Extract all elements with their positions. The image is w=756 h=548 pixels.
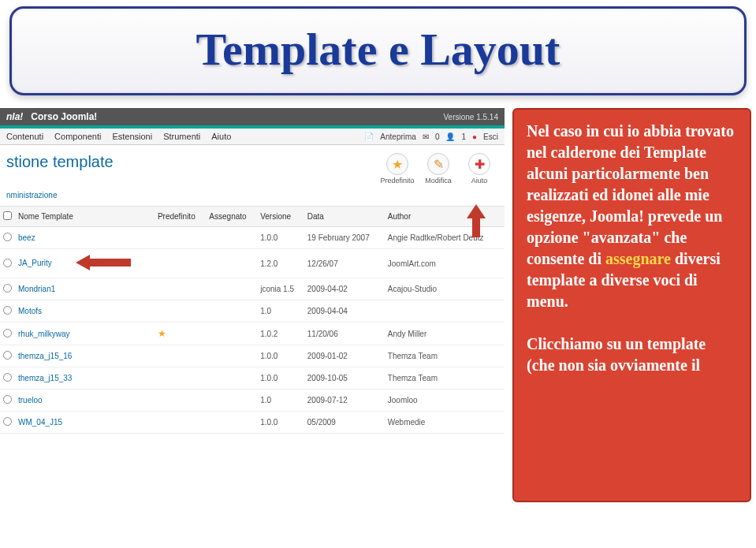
admin-topbar: nla! Corso Joomla! Versione 1.5.14 (0, 108, 505, 125)
cell-assegnato (206, 345, 257, 367)
cell-author: JoomlArt.com (385, 249, 505, 278)
cell-versione: 1.0 (257, 300, 304, 322)
cell-assegnato (206, 227, 257, 249)
row-radio[interactable] (3, 306, 12, 315)
template-name-link[interactable]: themza_j15_33 (15, 367, 155, 390)
col-author[interactable]: Author (385, 207, 505, 227)
cell-predefinito (155, 390, 206, 412)
template-name-link[interactable]: Mondrian1 (15, 278, 155, 300)
template-name-link[interactable]: Motofs (15, 300, 155, 322)
row-radio[interactable] (3, 395, 12, 404)
menu-strumenti[interactable]: Strumenti (163, 132, 200, 141)
logout-link[interactable]: Esci (483, 132, 498, 141)
col-assegnato[interactable]: Assegnato (206, 207, 257, 227)
table-row: Mondrian1jconia 1.52009-04-02Acajou-Stud… (0, 278, 505, 300)
menu-componenti[interactable]: Componenti (54, 132, 101, 141)
row-radio[interactable] (3, 329, 12, 337)
user-icon: 👤 (445, 132, 455, 141)
joomla-admin-panel: nla! Corso Joomla! Versione 1.5.14 Conte… (0, 108, 505, 434)
template-name-link[interactable]: WM_04_J15 (15, 412, 155, 434)
count-1: 1 (461, 132, 466, 141)
cell-author: Webmedie (385, 412, 505, 434)
template-name-link[interactable]: rhuk_milkyway (15, 322, 155, 345)
help-icon: ✚ (468, 153, 490, 175)
col-nome[interactable]: Nome Template (15, 207, 155, 227)
select-all-checkbox[interactable] (3, 211, 12, 220)
cell-assegnato (206, 367, 257, 390)
cell-predefinito (155, 345, 206, 367)
cell-author (385, 300, 505, 322)
cell-versione: jconia 1.5 (257, 278, 304, 300)
col-versione[interactable]: Versione (257, 207, 304, 227)
cell-versione: 1.0.0 (257, 367, 304, 390)
cell-data: 12/26/07 (304, 249, 385, 278)
row-radio[interactable] (3, 284, 12, 293)
template-name-link[interactable]: beez (15, 227, 155, 249)
cell-predefinito: ★ (155, 322, 206, 345)
cell-data: 2009-04-02 (304, 278, 385, 300)
row-radio[interactable] (3, 233, 12, 241)
cell-predefinito (155, 412, 206, 434)
cell-predefinito (155, 300, 206, 322)
table-row: WM_04_J151.0.005/2009Webmedie (0, 412, 505, 434)
preview-link[interactable]: Anteprima (380, 132, 416, 141)
col-data[interactable]: Data (304, 207, 385, 227)
cell-versione: 1.0.2 (257, 322, 304, 345)
brand-logo: nla! (6, 111, 23, 122)
cell-author: Angie Radtke/Robert Deutz (385, 227, 505, 249)
menu-estensioni[interactable]: Estensioni (112, 132, 152, 141)
cell-author: Joomloo (385, 390, 505, 412)
table-row: JA_Purity1.2.012/26/07JoomlArt.com (0, 249, 505, 278)
red-arrow-up (467, 204, 486, 240)
callout-paragraph-1: Nel caso in cui io abbia trovato nel cal… (527, 121, 737, 312)
menu-aiuto[interactable]: Aiuto (211, 132, 231, 141)
logout-icon[interactable]: ● (472, 132, 477, 141)
preview-icon[interactable]: 📄 (364, 132, 374, 141)
red-arrow-left (76, 255, 131, 272)
callout-box: Nel caso in cui io abbia trovato nel cal… (512, 108, 751, 502)
cell-data: 2009-04-04 (304, 300, 385, 322)
toolbar-predefinito[interactable]: ★ Predefinito (378, 153, 416, 185)
cell-assegnato (206, 278, 257, 300)
row-radio[interactable] (3, 259, 12, 267)
cell-data: 2009-01-02 (304, 345, 385, 367)
cell-author: Themza Team (385, 345, 505, 367)
cell-versione: 1.0.0 (257, 227, 304, 249)
row-radio[interactable] (3, 417, 12, 426)
template-name-link[interactable]: JA_Purity (15, 249, 155, 278)
col-predefinito[interactable]: Predefinito (155, 207, 206, 227)
table-row: trueloo1.02009-07-12Joomloo (0, 390, 505, 412)
menu-contenuti[interactable]: Contenuti (6, 132, 43, 141)
page-title: Template e Layout (28, 23, 728, 76)
star-icon: ★ (158, 328, 166, 339)
title-banner: Template e Layout (9, 6, 747, 95)
table-row: beez1.0.019 February 2007Angie Radtke/Ro… (0, 227, 505, 249)
cell-versione: 1.0.0 (257, 345, 304, 367)
row-radio[interactable] (3, 373, 12, 382)
mail-icon: ✉ (423, 132, 429, 141)
svg-marker-1 (76, 255, 131, 270)
cell-data: 2009-10-05 (304, 367, 385, 390)
count-0: 0 (435, 132, 440, 141)
cell-assegnato (206, 412, 257, 434)
table-row: rhuk_milkyway★1.0.211/20/06Andy Miller (0, 322, 505, 345)
cell-assegnato (206, 249, 257, 278)
table-row: themza_j15_331.0.02009-10-05Themza Team (0, 367, 505, 390)
cell-versione: 1.2.0 (257, 249, 304, 278)
row-radio[interactable] (3, 351, 12, 360)
cell-author: Andy Miller (385, 322, 505, 345)
cell-predefinito (155, 227, 206, 249)
toolbar-aiuto[interactable]: ✚ Aiuto (460, 153, 498, 185)
cell-data: 2009-07-12 (304, 390, 385, 412)
cell-predefinito (155, 249, 206, 278)
admin-menubar: Contenuti Componenti Estensioni Strument… (0, 129, 505, 145)
site-name: Corso Joomla! (31, 111, 97, 122)
cell-assegnato (206, 390, 257, 412)
toolbar: ★ Predefinito ✎ Modifica ✚ Aiuto (378, 153, 498, 185)
template-name-link[interactable]: trueloo (15, 390, 155, 412)
breadcrumb[interactable]: nministrazione (0, 189, 505, 207)
version-label: Versione 1.5.14 (444, 113, 499, 121)
template-name-link[interactable]: themza_j15_16 (15, 345, 155, 367)
cell-predefinito (155, 278, 206, 300)
toolbar-modifica[interactable]: ✎ Modifica (419, 153, 457, 185)
